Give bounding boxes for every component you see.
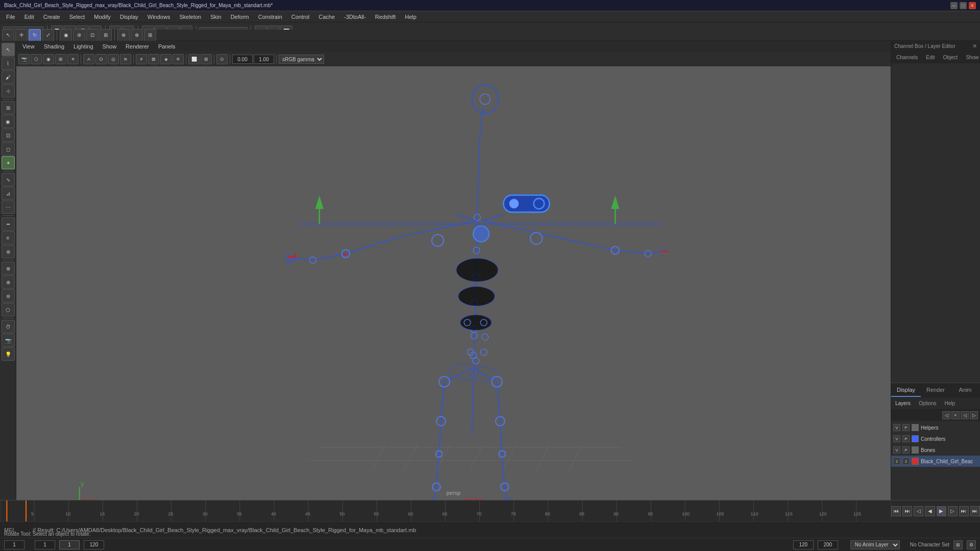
- menu-redshift[interactable]: Redshift: [371, 13, 400, 21]
- selected-frame-input[interactable]: [59, 540, 80, 549]
- step-back-button[interactable]: ◁: [914, 506, 923, 516]
- vp-lighting-menu[interactable]: Lighting: [69, 42, 97, 51]
- step-forward-button[interactable]: ▷: [948, 506, 958, 516]
- paint-select-tool[interactable]: 🖌: [2, 70, 15, 84]
- vp-handles-btn[interactable]: ✛: [173, 54, 184, 64]
- layer-color-helpers[interactable]: [912, 424, 919, 431]
- layers-tab-render[interactable]: Render: [921, 383, 950, 397]
- menu-create[interactable]: Create: [39, 13, 64, 21]
- move-component-tool[interactable]: ⊹: [2, 84, 15, 97]
- layers-subtab-options[interactable]: Options: [917, 399, 938, 407]
- viewport-canvas[interactable]: x y: [16, 66, 891, 500]
- menu-control[interactable]: Control: [287, 13, 313, 21]
- channel-box-tab-edit[interactable]: Edit: [923, 54, 938, 61]
- vp-aa-btn[interactable]: A: [83, 54, 94, 64]
- menu-3dtoall[interactable]: -3DtoAll-: [340, 13, 370, 21]
- layer-p-helpers[interactable]: P: [902, 424, 910, 431]
- scale-tool-button[interactable]: ⤢: [42, 29, 54, 41]
- minimize-button[interactable]: ─: [950, 2, 958, 9]
- maximize-button[interactable]: □: [960, 2, 967, 9]
- vp-panels-menu[interactable]: Panels: [154, 42, 180, 51]
- skin-tool[interactable]: ⬡: [2, 303, 15, 316]
- layers-prev-btn[interactable]: ◁: [942, 411, 950, 419]
- select-tool[interactable]: ↖: [2, 43, 15, 56]
- wrap-tool[interactable]: ⊜: [2, 289, 15, 303]
- anim-tool[interactable]: ⏱: [2, 320, 15, 333]
- vp-wireframe-btn[interactable]: ⬡: [31, 54, 42, 64]
- paint-weights-tool[interactable]: ✦: [2, 156, 15, 169]
- menu-display[interactable]: Display: [116, 13, 142, 21]
- vp-textured-btn[interactable]: ⊞: [55, 54, 66, 64]
- ik-fk-btn[interactable]: ⊗: [117, 29, 130, 41]
- lasso-tool[interactable]: ⌇: [2, 57, 15, 70]
- channel-box-tab-channels[interactable]: Channels: [893, 54, 921, 61]
- menu-select[interactable]: Select: [65, 13, 89, 21]
- layer-v-model[interactable]: 2: [893, 458, 900, 465]
- layer-v-controllers[interactable]: V: [893, 435, 900, 442]
- bind-skin-tool[interactable]: ≡: [2, 231, 15, 244]
- deform-tool[interactable]: ⊕: [2, 276, 15, 289]
- menu-skin[interactable]: Skin: [206, 13, 225, 21]
- layer-p-model[interactable]: 2: [902, 458, 910, 465]
- transform-tool[interactable]: ⊞: [2, 101, 15, 114]
- rotate-tool-button[interactable]: ↻: [29, 29, 41, 41]
- layer-row-helpers[interactable]: V P Helpers: [891, 422, 980, 433]
- anim-layer-select[interactable]: No Anim Layer: [850, 540, 900, 549]
- vp-renderer-menu[interactable]: Renderer: [121, 42, 153, 51]
- vp-shading-menu[interactable]: Shading: [40, 42, 68, 51]
- layers-next-btn[interactable]: ▷: [970, 411, 978, 419]
- camera-tool[interactable]: 📷: [2, 334, 15, 347]
- layers-tab-anim[interactable]: Anim: [950, 383, 980, 397]
- menu-help[interactable]: Help: [401, 13, 421, 21]
- vp-shaded-btn[interactable]: ◉: [43, 54, 54, 64]
- char-set-icon-btn[interactable]: ⊞: [953, 540, 963, 549]
- sculpt-tool[interactable]: ◻: [2, 142, 15, 156]
- select-mode-button[interactable]: ↖: [2, 29, 14, 41]
- vp-4view-btn[interactable]: ⊞: [201, 54, 212, 64]
- surface-tool[interactable]: ⊿: [2, 187, 15, 200]
- timeline[interactable]: [0, 500, 891, 521]
- light-tool[interactable]: 💡: [2, 347, 15, 361]
- bend-button[interactable]: ⊡: [86, 29, 99, 41]
- vp-camera-btn[interactable]: 📷: [18, 54, 30, 64]
- play-forward-button[interactable]: ▶: [937, 506, 946, 516]
- pole-vector-btn[interactable]: ⊞: [144, 29, 156, 41]
- menu-skeleton[interactable]: Skeleton: [175, 13, 205, 21]
- menu-modify[interactable]: Modify: [90, 13, 114, 21]
- menu-cache[interactable]: Cache: [314, 13, 339, 21]
- anim-settings-btn[interactable]: ⚙: [967, 540, 976, 549]
- menu-deform[interactable]: Deform: [227, 13, 253, 21]
- vp-xray-btn[interactable]: ⊠: [148, 54, 159, 64]
- close-button[interactable]: ✕: [969, 2, 976, 9]
- vp-exposure-input[interactable]: [232, 55, 253, 64]
- menu-constrain[interactable]: Constrain: [254, 13, 286, 21]
- layer-p-bones[interactable]: P: [902, 446, 910, 454]
- layers-remove-btn[interactable]: ◁: [961, 411, 969, 419]
- vp-view-menu[interactable]: View: [18, 42, 39, 51]
- vp-lighting-btn[interactable]: ☀: [67, 54, 79, 64]
- next-keyframe-button[interactable]: ⏭: [959, 506, 969, 516]
- layer-v-helpers[interactable]: V: [893, 424, 900, 431]
- layers-subtab-layers[interactable]: Layers: [893, 399, 913, 407]
- paint-skin-tool[interactable]: ⊛: [2, 245, 15, 258]
- vp-joints-btn[interactable]: ◈: [160, 54, 172, 64]
- sym-button[interactable]: ⊛: [73, 29, 85, 41]
- go-to-end-button[interactable]: ⏭: [970, 506, 980, 516]
- channel-box-tab-object[interactable]: Object: [940, 54, 961, 61]
- vp-gamma-input[interactable]: [254, 55, 274, 64]
- layer-row-model[interactable]: 2 2 Black_Child_Girl_Beac: [891, 456, 980, 467]
- soft-mod-tool[interactable]: ◉: [2, 115, 15, 128]
- layer-color-model[interactable]: [912, 458, 919, 465]
- channel-box-close[interactable]: ✕: [972, 43, 977, 49]
- layer-row-bones[interactable]: V P Bones: [891, 444, 980, 456]
- playback-start-input[interactable]: [793, 540, 814, 549]
- ik-tool[interactable]: ━: [2, 217, 15, 231]
- joint-tool[interactable]: ⋯: [2, 201, 15, 214]
- soft-select-button[interactable]: ◉: [60, 29, 72, 41]
- layers-add-btn[interactable]: +: [951, 411, 960, 419]
- cluster-tool[interactable]: ⊗: [2, 262, 15, 275]
- prev-keyframe-button[interactable]: ⏭: [902, 506, 912, 516]
- play-back-button[interactable]: ◀: [925, 506, 935, 516]
- orient-button[interactable]: ⊞: [100, 29, 112, 41]
- vp-grid-btn[interactable]: #: [136, 54, 147, 64]
